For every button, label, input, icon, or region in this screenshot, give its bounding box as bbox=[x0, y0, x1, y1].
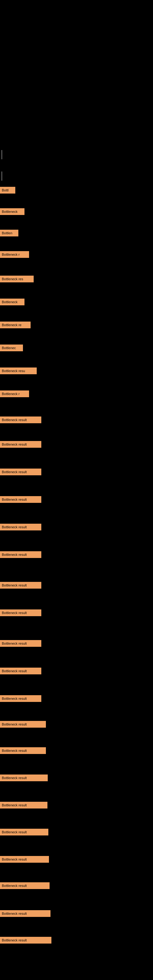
bottleneck-result-item[interactable]: Bottleneck result bbox=[0, 551, 41, 558]
bottleneck-result-item[interactable]: Bottleneck result bbox=[0, 582, 41, 589]
bottleneck-result-item[interactable]: Bottleneck result bbox=[0, 496, 41, 503]
bottleneck-result-item[interactable]: Bottleneck result bbox=[0, 524, 41, 530]
bottleneck-result-item[interactable]: Bottleneck resu bbox=[0, 368, 37, 374]
bottleneck-result-item[interactable]: Bottleneck result bbox=[0, 721, 46, 728]
cursor-line bbox=[2, 150, 2, 159]
bottleneck-result-item[interactable]: Bottleneck result bbox=[0, 937, 51, 943]
bottleneck-result-item[interactable]: Bottleneck result bbox=[0, 640, 41, 647]
bottleneck-result-item[interactable]: Bottleneck result bbox=[0, 775, 48, 781]
cursor-line bbox=[2, 172, 2, 181]
bottleneck-result-item[interactable]: Bottleneck bbox=[0, 299, 24, 305]
bottleneck-result-item[interactable]: Bottleneck result bbox=[0, 469, 41, 475]
bottleneck-result-item[interactable]: Bottleneck r bbox=[0, 390, 29, 397]
bottleneck-result-item[interactable]: Bottleneck result bbox=[0, 695, 41, 702]
bottleneck-result-item[interactable]: Bottleneck res bbox=[0, 275, 33, 282]
bottleneck-result-item[interactable]: Bottleneck result bbox=[0, 417, 41, 423]
bottleneck-result-item[interactable]: Bottleneck bbox=[0, 208, 24, 215]
bottleneck-result-item[interactable]: Bottleneck re bbox=[0, 321, 30, 328]
bottleneck-result-item[interactable]: Bottleneck result bbox=[0, 441, 41, 448]
bottleneck-result-item[interactable]: Bottleneck result bbox=[0, 856, 49, 863]
bottleneck-result-item[interactable]: Bottlenec bbox=[0, 345, 23, 351]
bottleneck-result-item[interactable]: Bottleneck result bbox=[0, 829, 48, 835]
bottleneck-result-item[interactable]: Bottleneck result bbox=[0, 747, 46, 754]
bottleneck-result-item[interactable]: Bottlen bbox=[0, 230, 18, 236]
bottleneck-result-item[interactable]: Bottleneck result bbox=[0, 668, 41, 675]
site-title bbox=[0, 2, 153, 4]
bottleneck-result-item[interactable]: Bottleneck result bbox=[0, 609, 41, 616]
bottleneck-result-item[interactable]: Bottleneck result bbox=[0, 882, 49, 889]
bottleneck-result-item[interactable]: Bottleneck result bbox=[0, 910, 51, 917]
bottleneck-result-item[interactable]: Bottleneck r bbox=[0, 251, 29, 258]
bottleneck-result-item[interactable]: Bottleneck result bbox=[0, 802, 48, 808]
bottleneck-result-item[interactable]: Bottl bbox=[0, 187, 15, 194]
